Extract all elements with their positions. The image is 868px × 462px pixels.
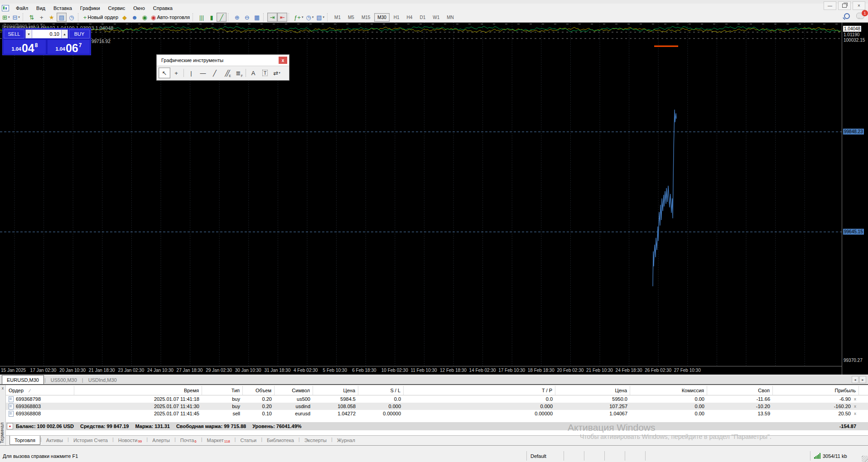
column-header-10[interactable]: Своп bbox=[707, 386, 773, 395]
tab-scroll-right-button[interactable]: ► bbox=[859, 376, 866, 383]
text-label-tool-button[interactable]: T bbox=[259, 67, 271, 78]
menu-item-Справка[interactable]: Справка bbox=[149, 5, 177, 12]
terminal-tab-Новости[interactable]: Новости99 bbox=[114, 436, 147, 444]
column-header-8[interactable]: Цена bbox=[555, 386, 630, 395]
close-order-icon[interactable]: x bbox=[854, 397, 856, 401]
column-header-2[interactable]: Тип bbox=[202, 386, 243, 395]
minimize-button[interactable]: — bbox=[824, 1, 836, 10]
search-icon[interactable] bbox=[844, 13, 850, 19]
chart-tab-US500[interactable]: US500,M30 bbox=[46, 376, 82, 384]
auto-scroll-button[interactable]: ⇥ bbox=[267, 13, 277, 22]
sell-button[interactable]: SELL bbox=[4, 29, 24, 38]
menu-item-Файл[interactable]: Файл bbox=[12, 5, 32, 12]
line-chart-button[interactable]: ╱ bbox=[217, 13, 227, 22]
graphic-tools-titlebar[interactable]: Графические инструменты x bbox=[157, 55, 289, 66]
terminal-button[interactable]: ▤ bbox=[57, 13, 67, 22]
sell-quote[interactable]: 1.04 04 8 bbox=[4, 40, 46, 54]
table-row[interactable]: 6993688032025.01.07 11:41:30buy0.20usdin… bbox=[6, 403, 868, 410]
arrows-tool-button[interactable]: ⇄▾ bbox=[271, 67, 283, 78]
dialog-close-button[interactable]: x bbox=[279, 57, 287, 64]
zoom-out-button[interactable]: ⊖ bbox=[242, 13, 252, 22]
timeframe-H4[interactable]: H4 bbox=[404, 13, 416, 22]
close-order-icon[interactable]: x bbox=[854, 411, 856, 416]
fibonacci-tool-button[interactable]: ≣F bbox=[232, 67, 244, 78]
new-chart-button[interactable]: ⊞▾ bbox=[1, 13, 11, 22]
terminal-tab-Активы[interactable]: Активы bbox=[42, 436, 68, 444]
profiles-button[interactable]: ⊟▾ bbox=[11, 13, 21, 22]
terminal-tab-Почта[interactable]: Почта6 bbox=[176, 436, 201, 444]
table-row[interactable]: 6993687982025.01.07 11:41:18buy0.20us500… bbox=[6, 395, 868, 403]
autotrading-button[interactable]: ◉Авто-торговля bbox=[149, 13, 191, 22]
column-header-0[interactable]: Ордер∕ bbox=[6, 386, 74, 395]
metaeditor-button[interactable]: ◆ bbox=[120, 13, 130, 22]
terminal-tab-История Счета[interactable]: История Счета bbox=[69, 436, 112, 444]
column-header-9[interactable]: Комиссия bbox=[630, 386, 707, 395]
community-button[interactable]: ☻ bbox=[130, 13, 140, 22]
text-tool-button[interactable]: A bbox=[247, 67, 259, 78]
column-header-4[interactable]: Символ bbox=[275, 386, 313, 395]
volume-decrease-button[interactable]: ▼ bbox=[25, 29, 32, 38]
timeframe-M30[interactable]: M30 bbox=[374, 13, 389, 22]
strategy-tester-button[interactable]: ◷ bbox=[67, 13, 77, 22]
terminal-tab-Алерты[interactable]: Алерты bbox=[148, 436, 174, 444]
status-profile[interactable]: Default bbox=[526, 451, 564, 461]
cursor-tool-button[interactable]: ↖ bbox=[159, 67, 170, 78]
indicators-button[interactable]: ƒ+▾ bbox=[293, 13, 304, 22]
timeframe-D1[interactable]: D1 bbox=[416, 13, 429, 22]
navigator-button[interactable]: ★ bbox=[47, 13, 57, 22]
menu-item-Сервис[interactable]: Сервис bbox=[104, 5, 130, 12]
column-header-1[interactable]: Время bbox=[74, 386, 202, 395]
terminal-tab-Библиотека[interactable]: Библиотека bbox=[262, 436, 299, 444]
timeframe-W1[interactable]: W1 bbox=[429, 13, 443, 22]
balance-toggle-icon[interactable]: ▼ bbox=[7, 423, 13, 429]
table-row[interactable]: 6993688082025.01.07 11:41:45sell0.10euru… bbox=[6, 410, 868, 417]
chart-tab-EURUSD[interactable]: EURUSD,M30 bbox=[2, 375, 44, 384]
terminal-tab-Статьи[interactable]: Статьи bbox=[236, 436, 261, 444]
terminal-tab-Маркет[interactable]: Маркет118 bbox=[203, 436, 235, 444]
new-order-button[interactable]: +Новый ордер bbox=[82, 13, 120, 22]
timeframe-MN[interactable]: MN bbox=[444, 13, 457, 22]
volume-increase-button[interactable]: ▲ bbox=[61, 29, 68, 38]
time-axis[interactable]: 15 Jan 202517 Jan 02:3020 Jan 10:3021 Ja… bbox=[0, 366, 842, 375]
timeframe-M5[interactable]: M5 bbox=[345, 13, 357, 22]
menu-item-Вид[interactable]: Вид bbox=[32, 5, 49, 12]
zoom-in-button[interactable]: ⊕ bbox=[232, 13, 242, 22]
signals-button[interactable]: ◉ bbox=[140, 13, 149, 22]
column-header-5[interactable]: Цена bbox=[313, 386, 358, 395]
volume-input[interactable]: 0.10 bbox=[32, 29, 61, 38]
timeframe-M1[interactable]: M1 bbox=[331, 13, 344, 22]
price-axis[interactable]: 1.040481.01190100032.1599848.2399645.159… bbox=[842, 23, 868, 375]
buy-quote[interactable]: 1.04 06 7 bbox=[48, 40, 90, 54]
crosshair-tool-button[interactable]: + bbox=[170, 67, 182, 78]
column-header-3[interactable]: Объем bbox=[243, 386, 275, 395]
close-order-icon[interactable]: x bbox=[854, 404, 856, 409]
terminal-close-icon[interactable]: x bbox=[0, 386, 5, 390]
restore-button[interactable] bbox=[838, 1, 851, 10]
column-header-11[interactable]: Прибыль bbox=[773, 386, 859, 395]
market-watch-button[interactable]: ⇅ bbox=[27, 13, 37, 22]
terminal-tab-Журнал[interactable]: Журнал bbox=[333, 436, 360, 444]
menu-item-Вставка[interactable]: Вставка bbox=[49, 5, 76, 12]
menu-item-Графики[interactable]: Графики bbox=[76, 5, 104, 12]
column-header-7[interactable]: T / P bbox=[404, 386, 555, 395]
terminal-tab-Эксперты[interactable]: Эксперты bbox=[300, 436, 331, 444]
timeframe-M15[interactable]: M15 bbox=[358, 13, 373, 22]
vertical-line-tool-button[interactable]: | bbox=[185, 67, 197, 78]
close-button[interactable]: × bbox=[853, 1, 865, 10]
chart-shift-button[interactable]: ⇤ bbox=[277, 13, 287, 22]
horizontal-line-tool-button[interactable]: — bbox=[197, 67, 209, 78]
chart-tab-USDInd[interactable]: USDInd,M30 bbox=[84, 376, 121, 384]
bar-chart-button[interactable]: ||| bbox=[197, 13, 207, 22]
chart-plot-area[interactable] bbox=[0, 23, 842, 366]
tile-windows-button[interactable]: ▦ bbox=[252, 13, 262, 22]
timeframe-H1[interactable]: H1 bbox=[391, 13, 403, 22]
column-header-6[interactable]: S / L bbox=[358, 386, 404, 395]
tab-scroll-left-button[interactable]: ◄ bbox=[852, 376, 858, 383]
buy-button[interactable]: BUY bbox=[69, 29, 90, 38]
trendline-tool-button[interactable]: ╱ bbox=[209, 67, 221, 78]
candlestick-chart-button[interactable]: ▮ bbox=[207, 13, 217, 22]
templates-button[interactable]: ▧▾ bbox=[315, 13, 326, 22]
terminal-tab-Торговля[interactable]: Торговля bbox=[10, 436, 40, 445]
periods-button[interactable]: ◷▾ bbox=[304, 13, 315, 22]
resize-grip[interactable] bbox=[862, 456, 868, 462]
